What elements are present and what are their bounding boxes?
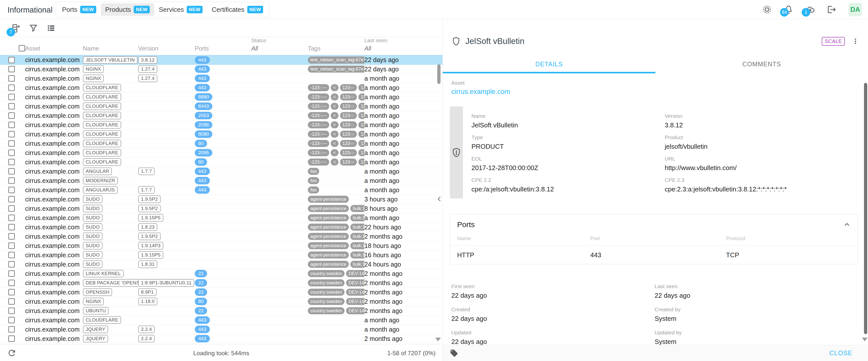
more-options-kebab-icon[interactable]	[852, 36, 859, 46]
table-row[interactable]: cirrus.example.comMODERNIZR443fooa month…	[0, 176, 442, 186]
table-row[interactable]: cirrus.example.comCLOUDFLARE8080-123-:--…	[0, 130, 442, 139]
table-row[interactable]: cirrus.example.comNGINX1.27.4443test_net…	[0, 65, 442, 74]
table-row[interactable]: cirrus.example.comCLOUDFLARE2086-123-:--…	[0, 120, 442, 130]
row-checkbox[interactable]	[8, 168, 15, 174]
detail-scroll-down-arrow[interactable]	[862, 338, 868, 341]
row-checkbox[interactable]	[8, 335, 15, 342]
table-row[interactable]: cirrus.example.comCLOUDFLARE8880-123-:--…	[0, 93, 442, 102]
row-checkbox[interactable]	[8, 187, 15, 193]
column-header-name[interactable]: Name	[83, 37, 138, 56]
column-header-asset[interactable]: Asset	[25, 37, 83, 56]
product-name-chip: CLOUDFLARE	[83, 149, 121, 157]
row-checkbox[interactable]	[8, 112, 15, 119]
add-column-icon[interactable]: 7	[10, 23, 21, 33]
detail-scrollbar-thumb[interactable]	[864, 83, 867, 334]
row-checkbox[interactable]	[8, 326, 15, 333]
row-checkbox[interactable]	[8, 150, 15, 156]
column-header-tags[interactable]: Tags	[308, 37, 364, 56]
row-checkbox[interactable]	[8, 205, 15, 212]
status-filter-value[interactable]: All	[251, 45, 308, 52]
table-row[interactable]: cirrus.example.comLINUX KERNEL22country:…	[0, 269, 442, 278]
table-row[interactable]: cirrus.example.comSUDO1.9.14P3agent-pers…	[0, 241, 442, 251]
table-scrollbar-thumb[interactable]	[437, 64, 440, 84]
tab-details[interactable]: DETAILS	[443, 55, 655, 73]
row-checkbox[interactable]	[8, 242, 15, 249]
list-view-icon[interactable]	[46, 23, 56, 33]
table-row[interactable]: cirrus.example.comSUDO1.9.5P2agent-persi…	[0, 195, 442, 204]
column-header-last-seen[interactable]: Last seen All	[364, 37, 442, 56]
close-button[interactable]: CLOSE	[829, 350, 852, 357]
cloud-download-icon[interactable]: 1	[805, 4, 815, 14]
row-checkbox[interactable]	[8, 233, 15, 240]
table-row[interactable]: cirrus.example.comCLOUDFLARE2053-123-:--…	[0, 111, 442, 120]
table-row[interactable]: cirrus.example.comANGULARJS1.7.7443fooa …	[0, 186, 442, 195]
row-checkbox[interactable]	[8, 280, 15, 286]
tab-products[interactable]: ProductsNEW	[101, 3, 154, 16]
table-row[interactable]: cirrus.example.comJQUERY2.2.44432 months…	[0, 334, 442, 343]
table-row[interactable]: cirrus.example.comUBUNTU22country:sweden…	[0, 306, 442, 316]
logout-icon[interactable]	[827, 4, 837, 14]
tag-chip: <	[331, 159, 339, 166]
row-checkbox[interactable]	[8, 224, 15, 230]
row-checkbox[interactable]	[8, 159, 15, 165]
notifications-bell-icon[interactable]: 84	[783, 4, 794, 14]
row-checkbox[interactable]	[8, 270, 15, 277]
table-row[interactable]: cirrus.example.comSUDO1.9.5P2agent-persi…	[0, 232, 442, 241]
table-row[interactable]: cirrus.example.comANGULAR1.7.7443fooa mo…	[0, 167, 442, 176]
row-checkbox[interactable]	[8, 85, 15, 91]
table-row[interactable]: cirrus.example.comNGINX1.27.4443a month …	[0, 74, 442, 83]
row-checkbox[interactable]	[8, 177, 15, 184]
row-checkbox[interactable]	[8, 94, 15, 100]
tab-certificates[interactable]: CertificatesNEW	[207, 3, 268, 16]
table-row[interactable]: cirrus.example.comCLOUDFLARE8443-123-:--…	[0, 102, 442, 111]
table-scroll-down-arrow[interactable]	[435, 338, 441, 341]
table-row[interactable]: cirrus.example.comCLOUDFLARE2095-123-:--…	[0, 148, 442, 158]
tag-icon[interactable]	[450, 349, 458, 358]
brightness-icon[interactable]	[762, 4, 772, 14]
table-row[interactable]: cirrus.example.comCLOUDFLARE80-123-:---<…	[0, 139, 442, 148]
tab-ports[interactable]: PortsNEW	[58, 3, 101, 16]
column-header-status[interactable]: Status All	[251, 37, 308, 56]
column-header-version[interactable]: Version	[138, 37, 195, 56]
filter-icon[interactable]	[29, 23, 39, 33]
tab-comments[interactable]: COMMENTS	[655, 55, 868, 73]
row-checkbox[interactable]	[8, 317, 15, 323]
table-row[interactable]: cirrus.example.comSUDO1.9.15P5agent-pers…	[0, 251, 442, 260]
row-checkbox[interactable]	[8, 75, 15, 81]
table-row[interactable]: cirrus.example.comSUDO1.8.31agent-persis…	[0, 260, 442, 269]
table-row[interactable]: cirrus.example.comCLOUDFLARE443a month a…	[0, 316, 442, 325]
select-all-checkbox[interactable]	[19, 45, 25, 52]
row-checkbox[interactable]	[8, 131, 15, 137]
table-row[interactable]: cirrus.example.comJELSOFT VBULLETIN3.8.1…	[0, 55, 442, 65]
last-seen-filter-value[interactable]: All	[364, 45, 442, 52]
table-row[interactable]: cirrus.example.comNGINX1.18.080country:s…	[0, 297, 442, 306]
asset-link[interactable]: cirrus.example.com	[451, 88, 510, 96]
row-checkbox[interactable]	[8, 261, 15, 267]
row-checkbox[interactable]	[8, 298, 15, 305]
avatar[interactable]: DA	[848, 3, 862, 16]
table-row[interactable]: cirrus.example.comSUDO1.9.5P2agent-persi…	[0, 204, 442, 213]
table-row[interactable]: cirrus.example.comCLOUDFLARE443-123-:---…	[0, 83, 442, 93]
table-row[interactable]: cirrus.example.comJQUERY2.2.4443a month …	[0, 325, 442, 334]
table-row[interactable]: cirrus.example.comSUDO1.8.23agent-persis…	[0, 223, 442, 232]
row-checkbox[interactable]	[8, 307, 15, 314]
port-protocol-cell: TCP	[726, 246, 858, 259]
row-checkbox[interactable]	[8, 196, 15, 202]
table-row[interactable]: cirrus.example.comSUDO1.9.15P5agent-pers…	[0, 213, 442, 223]
cell-name: JQUERY	[83, 326, 138, 333]
row-checkbox[interactable]	[8, 140, 15, 147]
tab-services[interactable]: ServicesNEW	[154, 3, 207, 16]
cell-name: CLOUDFLARE	[83, 149, 138, 157]
row-checkbox[interactable]	[8, 57, 15, 63]
collapse-section-chevron-up-icon[interactable]	[843, 221, 851, 228]
row-checkbox[interactable]	[8, 66, 15, 72]
row-checkbox[interactable]	[8, 122, 15, 128]
row-checkbox[interactable]	[8, 215, 15, 221]
row-checkbox[interactable]	[8, 289, 15, 295]
row-checkbox[interactable]	[8, 252, 15, 258]
column-header-ports[interactable]: Ports	[195, 37, 251, 56]
table-row[interactable]: cirrus.example.comDEB PACKAGE 'OPENSSH'1…	[0, 278, 442, 288]
table-row[interactable]: cirrus.example.comOPENSSH8.9P122country:…	[0, 288, 442, 297]
row-checkbox[interactable]	[8, 103, 15, 109]
table-row[interactable]: cirrus.example.comCLOUDFLARE80-123-:---<…	[0, 158, 442, 167]
